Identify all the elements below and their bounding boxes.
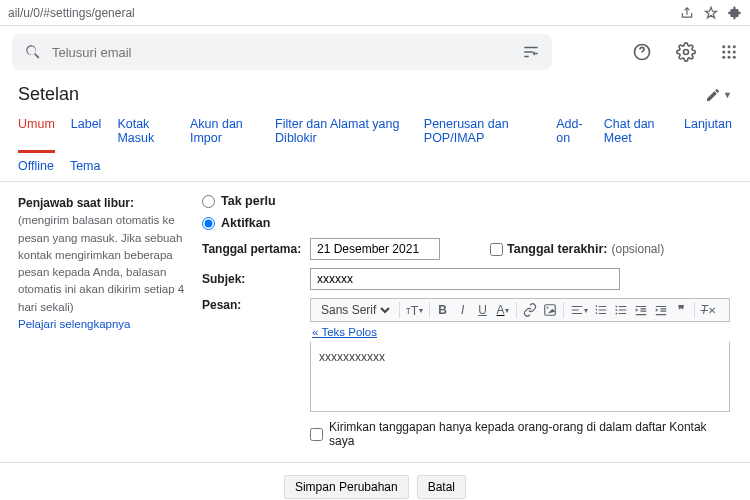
cancel-button[interactable]: Batal [417, 475, 466, 499]
font-size-icon[interactable]: тT▾ [406, 303, 423, 318]
first-date-input[interactable] [310, 238, 440, 260]
tab-tema[interactable]: Tema [70, 159, 101, 173]
page-title: Setelan [18, 84, 79, 105]
svg-point-12 [546, 307, 548, 309]
action-buttons: Simpan Perubahan Batal [0, 462, 750, 500]
top-bar [0, 26, 750, 78]
learn-more-link[interactable]: Pelajari selengkapnya [18, 318, 131, 330]
tab-penerusan-dan-pop/imap[interactable]: Penerusan dan POP/IMAP [424, 117, 540, 153]
search-box[interactable] [12, 34, 552, 70]
search-icon [24, 43, 42, 61]
section-form: Tak perlu Aktifkan Tanggal pertama: Tang… [202, 194, 732, 448]
share-icon[interactable] [680, 6, 694, 20]
page-header: Setelan ▼ [0, 78, 750, 107]
svg-point-2 [722, 45, 725, 48]
tab-lanjutan[interactable]: Lanjutan [684, 117, 732, 153]
svg-point-13 [615, 306, 617, 308]
clear-format-icon[interactable]: T✕ [701, 303, 716, 317]
indent-less-icon[interactable] [634, 303, 648, 317]
align-icon[interactable]: ▾ [570, 303, 588, 317]
plain-text-link[interactable]: « Teks Polos [310, 322, 379, 342]
tab-filter-dan-alamat-yang-diblokir[interactable]: Filter dan Alamat yang Diblokir [275, 117, 408, 153]
search-input[interactable] [52, 45, 522, 60]
svg-point-14 [615, 309, 617, 311]
subject-input[interactable] [310, 268, 620, 290]
section-description: Penjawab saat libur: (mengirim balasan o… [18, 194, 188, 448]
last-date-placeholder: (opsional) [611, 242, 664, 256]
url-text: ail/u/0/#settings/general [8, 6, 670, 20]
help-icon[interactable] [632, 42, 652, 62]
bold-icon[interactable]: B [436, 303, 450, 317]
apps-icon[interactable] [720, 43, 738, 61]
subject-label: Subjek: [202, 272, 310, 286]
svg-point-1 [684, 50, 689, 55]
last-date-label: Tanggal terakhir: [507, 242, 607, 256]
first-date-label: Tanggal pertama: [202, 242, 310, 256]
italic-icon[interactable]: I [456, 303, 470, 317]
radio-off-input[interactable] [202, 195, 215, 208]
contacts-only-checkbox[interactable] [310, 428, 323, 441]
tab-kotak-masuk[interactable]: Kotak Masuk [117, 117, 174, 153]
underline-icon[interactable]: U [476, 303, 490, 317]
settings-content: Penjawab saat libur: (mengirim balasan o… [0, 182, 750, 452]
radio-on[interactable]: Aktifkan [202, 216, 270, 230]
editor-toolbar: Sans Serif тT▾ B I U A▾ ▾ [310, 298, 730, 322]
message-label: Pesan: [202, 298, 310, 312]
svg-point-5 [722, 51, 725, 54]
extensions-icon[interactable] [728, 6, 742, 20]
settings-tabs-row2: OfflineTema [0, 153, 750, 182]
image-icon[interactable] [543, 303, 557, 317]
radio-on-input[interactable] [202, 217, 215, 230]
tab-akun-dan-impor[interactable]: Akun dan Impor [190, 117, 259, 153]
svg-point-6 [728, 51, 731, 54]
svg-rect-11 [544, 305, 555, 316]
star-icon[interactable] [704, 6, 718, 20]
svg-point-9 [728, 56, 731, 59]
edit-icon[interactable]: ▼ [705, 87, 732, 103]
tab-add-on[interactable]: Add-on [556, 117, 588, 153]
font-family-select[interactable]: Sans Serif [317, 302, 393, 318]
browser-url-bar: ail/u/0/#settings/general [0, 0, 750, 26]
svg-point-7 [733, 51, 736, 54]
settings-tabs-row1: UmumLabelKotak MasukAkun dan ImporFilter… [0, 107, 750, 153]
gear-icon[interactable] [676, 42, 696, 62]
section-desc-text: (mengirim balasan otomatis ke pesan yang… [18, 214, 184, 312]
tab-chat-dan-meet[interactable]: Chat dan Meet [604, 117, 668, 153]
tab-offline[interactable]: Offline [18, 159, 54, 173]
quote-icon[interactable]: ❞ [674, 303, 688, 317]
message-editor[interactable]: xxxxxxxxxxx [310, 342, 730, 412]
svg-point-8 [722, 56, 725, 59]
tab-label[interactable]: Label [71, 117, 102, 153]
contacts-only-label: Kirimkan tanggapan hanya kepada orang-or… [329, 420, 732, 448]
svg-point-4 [733, 45, 736, 48]
text-color-icon[interactable]: A▾ [496, 303, 510, 317]
section-title: Penjawab saat libur: [18, 196, 134, 210]
svg-point-15 [615, 313, 617, 315]
link-icon[interactable] [523, 303, 537, 317]
last-date-checkbox[interactable] [490, 243, 503, 256]
radio-off[interactable]: Tak perlu [202, 194, 276, 208]
svg-point-3 [728, 45, 731, 48]
tab-umum[interactable]: Umum [18, 117, 55, 153]
save-button[interactable]: Simpan Perubahan [284, 475, 409, 499]
tune-icon[interactable] [522, 43, 540, 61]
bullet-list-icon[interactable] [614, 303, 628, 317]
indent-more-icon[interactable] [654, 303, 668, 317]
numbered-list-icon[interactable] [594, 303, 608, 317]
svg-point-10 [733, 56, 736, 59]
